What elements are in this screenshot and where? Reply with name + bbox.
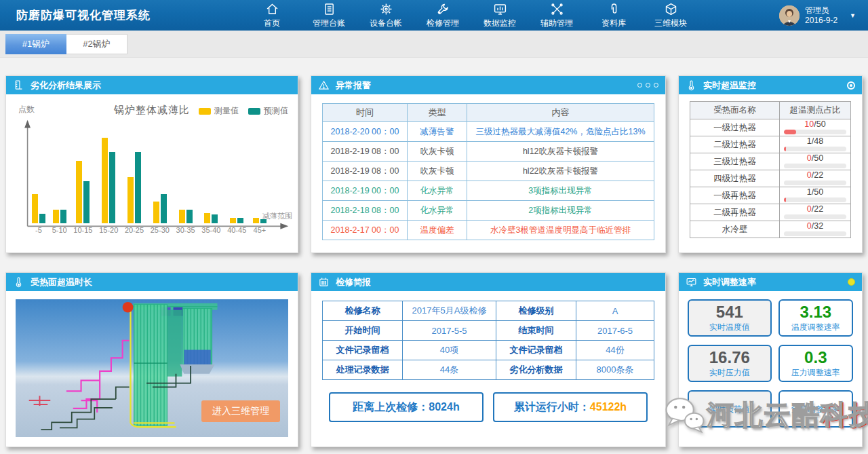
nav-item-equipment[interactable]: 设备台帐 — [366, 2, 406, 29]
alarm-time: 2018-2-17 00：00 — [323, 221, 408, 240]
bars — [179, 210, 193, 223]
rate-label: 实时温度值 — [709, 322, 750, 333]
nav-item-auxiliary[interactable]: 辅助管理 — [537, 2, 576, 29]
status-indicator[interactable] — [848, 278, 855, 286]
ratio-text: 0/22 — [780, 171, 850, 180]
field-label: 开始时间 — [323, 321, 403, 341]
total-hours-button[interactable]: 累计运行小时：45122h — [493, 392, 648, 422]
progress-track — [784, 197, 846, 202]
rate-card: 541实时温度值 — [688, 299, 772, 337]
field-label: 文件记录留档 — [496, 341, 576, 360]
alarm-content: 3项指标出现异常 — [467, 181, 654, 201]
bar-group: 5-10 — [52, 210, 67, 226]
inspection-table: 检修名称2017年5月A级检修检修级别A开始时间2017-5-5结束时间2017… — [322, 301, 654, 380]
tab-boiler-2[interactable]: #2锅炉 — [66, 34, 127, 54]
panel-degradation-analysis: 劣化分析结果展示 点数 锅炉整体减薄比 测量值预测值 减薄范围 -55-1010… — [5, 75, 298, 253]
ratio-denominator: /22 — [812, 204, 823, 214]
bar-group: 45+ — [253, 218, 267, 226]
progress-fill — [784, 197, 786, 202]
ratio-text: 1/48 — [780, 137, 850, 146]
nav-item-threed[interactable]: 三维模块 — [651, 2, 690, 29]
chevron-down-icon[interactable]: ▼ — [850, 12, 856, 19]
alarm-row[interactable]: 2018-2-20 00：00减薄告警三级过热器最大减薄值42%，危险点占比13… — [323, 122, 654, 142]
alarm-row[interactable]: 2018-2-19 08：00吹灰卡顿hl22吹灰器卡顿报警 — [323, 162, 654, 181]
alarm-content: 2项指标出现异常 — [467, 201, 654, 221]
alarm-type: 吹灰卡顿 — [408, 142, 467, 162]
rate-value: 3.13 — [800, 303, 831, 321]
overtemp-ratio: 0/50 — [780, 153, 851, 170]
ratio-text: 0/32 — [780, 222, 850, 231]
alarm-row[interactable]: 2018-2-17 00：00温度偏差水冷壁3根管道温度明显高于临近管排 — [323, 221, 654, 240]
nav-item-monitoring[interactable]: 数据监控 — [480, 2, 519, 29]
status-indicator[interactable] — [847, 81, 855, 90]
panel-options-dots[interactable] — [637, 83, 658, 88]
progress-track — [784, 181, 846, 185]
progress-track — [784, 164, 846, 168]
overtemp-ratio: 1/50 — [780, 187, 851, 204]
field-value: 8000条条 — [576, 360, 654, 380]
bar-预测值 — [135, 152, 141, 223]
ratio-denominator: /50 — [812, 187, 823, 197]
bar-测量值 — [127, 177, 134, 223]
bar-测量值 — [230, 218, 236, 223]
alarm-row[interactable]: 2018-2-19 08：00吹灰卡顿hl12吹灰器卡顿报警 — [323, 142, 654, 162]
overtemp-row: 水冷壁0/32 — [690, 221, 851, 238]
report-buttons: 距离上次检修：8024h累计运行小时：45122h — [329, 392, 648, 422]
overtemp-ratio: 0/22 — [780, 204, 851, 221]
alarm-row[interactable]: 2018-2-18 08：00化水异常2项指标出现异常 — [323, 201, 654, 221]
rate-card: 实时负荷值 — [688, 390, 772, 428]
column-header: 类型 — [408, 104, 467, 122]
column-header: 受热面名称 — [690, 102, 780, 119]
enter-3d-management-button[interactable]: 进入三维管理 — [201, 400, 280, 422]
inspection-row: 文件记录留档40项文件记录留档44份 — [323, 341, 654, 360]
nav-item-ledger[interactable]: 管理台账 — [309, 2, 349, 29]
nav-item-label: 设备台帐 — [370, 18, 402, 29]
alarm-time: 2018-2-19 08：00 — [323, 142, 408, 162]
bar-group: 35-40 — [201, 213, 220, 226]
bars — [53, 210, 66, 223]
alarm-type: 吹灰卡顿 — [408, 162, 467, 181]
button-label: 累计运行小时： — [514, 400, 590, 415]
column-header: 内容 — [467, 104, 654, 122]
user-block[interactable]: 管理员 2016-9-2 ▼ — [779, 0, 856, 31]
boiler-3d-visualization[interactable]: 进入三维管理 — [16, 299, 288, 437]
paperclip-icon — [607, 2, 621, 16]
rate-value: 0.3 — [804, 349, 827, 366]
overtemp-row: 二级再热器0/22 — [690, 204, 851, 221]
bar-预测值 — [109, 152, 115, 223]
monitor-line-icon — [686, 276, 697, 288]
nav-item-library[interactable]: 资料库 — [594, 2, 633, 29]
tools-icon — [550, 2, 564, 16]
progress-fill — [784, 130, 796, 134]
ratio-text: 0/50 — [780, 154, 850, 163]
ratio-numerator: 10 — [804, 119, 814, 129]
wrench-icon — [436, 2, 450, 16]
rate-label: 压力调整速率 — [791, 367, 840, 379]
bar-测量值 — [53, 210, 59, 223]
bar-group: 40-45 — [227, 218, 246, 226]
alarm-row[interactable]: 2018-2-19 00：00化水异常3项指标出现异常 — [323, 181, 654, 201]
alarm-content: hl12吹灰器卡顿报警 — [467, 142, 654, 162]
last-inspection-button[interactable]: 距离上次检修：8024h — [329, 392, 484, 422]
alarm-type: 化水异常 — [408, 201, 467, 221]
inspection-row: 处理记录数据44条劣化分析数据8000条条 — [323, 360, 654, 380]
nav-item-home[interactable]: 首页 — [252, 2, 292, 29]
bar-group: -5 — [32, 194, 45, 226]
chart-x-axis-label: 减薄范围 — [262, 211, 292, 221]
overtemp-row: 三级过热器0/50 — [690, 153, 851, 170]
ratio-numerator: 0 — [807, 221, 812, 231]
alarm-content: 三级过热器最大减薄值42%，危险点占比13% — [467, 122, 654, 142]
nav-item-maintenance[interactable]: 检修管理 — [423, 2, 462, 29]
panel-title: 异常报警 — [336, 79, 371, 92]
inspection-row: 检修名称2017年5月A级检修检修级别A — [323, 301, 654, 321]
nav-item-label: 首页 — [264, 18, 280, 29]
bar-测量值 — [32, 194, 38, 223]
tab-boiler-1[interactable]: #1锅炉 — [5, 34, 66, 54]
boiler-tabstrip: #1锅炉#2锅炉 — [0, 31, 868, 58]
field-value: 40项 — [403, 341, 496, 360]
bar-预测值 — [212, 214, 218, 223]
ratio-text: 10/50 — [780, 120, 850, 129]
bar-预测值 — [161, 194, 167, 223]
bars — [153, 194, 167, 223]
overtemp-row: 一级再热器1/50 — [690, 187, 851, 204]
